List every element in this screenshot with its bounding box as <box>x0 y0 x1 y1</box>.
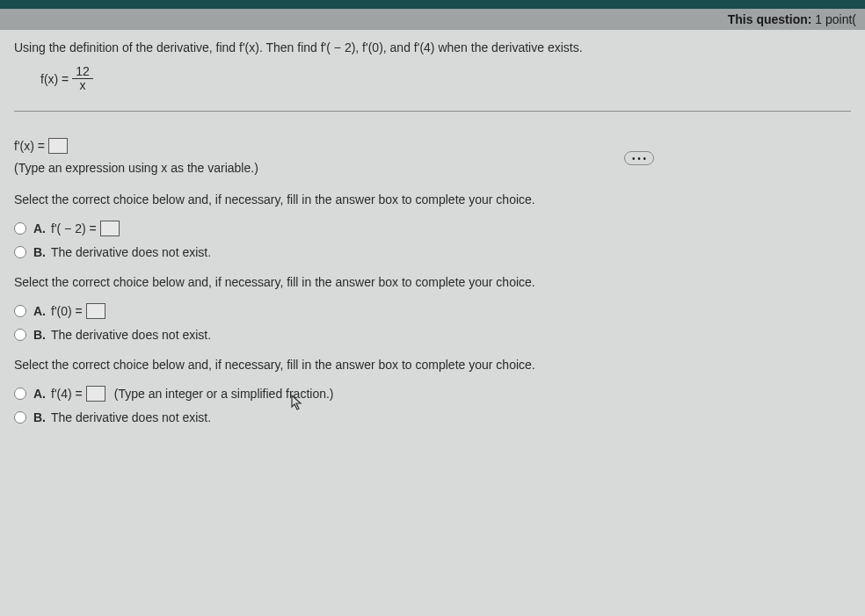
section-prompt-1: Select the correct choice below and, if … <box>14 192 851 207</box>
radio-1b[interactable] <box>14 246 26 258</box>
choice-2b: B. The derivative does not exist. <box>14 328 851 342</box>
answer-hint: (Type an expression using x as the varia… <box>14 161 851 175</box>
question-points: 1 point( <box>815 12 856 26</box>
content-area: Using the definition of the derivative, … <box>0 30 865 451</box>
section-prompt-2: Select the correct choice below and, if … <box>14 275 851 289</box>
choice-group-2: A. f'(0) = B. The derivative does not ex… <box>14 303 851 342</box>
choice-1b-text: The derivative does not exist. <box>51 245 211 259</box>
top-bar <box>0 0 865 9</box>
choice-group-3: A. f'(4) = (Type an integer or a simplif… <box>14 386 851 424</box>
ellipsis-button[interactable]: • • • <box>624 151 654 165</box>
choice-2a-expr: f'(0) = <box>51 304 83 318</box>
question-text: Using the definition of the derivative, … <box>14 40 851 54</box>
question-points-header: This question: 1 point( <box>0 9 865 30</box>
divider-line <box>14 111 851 112</box>
choice-group-1: A. f'( − 2) = B. The derivative does not… <box>14 221 851 259</box>
radio-3b[interactable] <box>14 411 26 424</box>
choice-1b-label: B. <box>33 245 46 259</box>
ellipsis-icon: • • • <box>632 154 646 163</box>
answer-input-fprime-x[interactable] <box>48 138 68 154</box>
choice-3a: A. f'(4) = (Type an integer or a simplif… <box>14 386 851 402</box>
radio-1a[interactable] <box>14 222 26 235</box>
question-label: This question: <box>728 12 812 26</box>
formula-numerator: 12 <box>72 65 93 79</box>
choice-1a: A. f'( − 2) = <box>14 221 851 236</box>
cursor-icon <box>290 394 304 416</box>
choice-1a-label: A. <box>33 221 46 236</box>
choice-1b: B. The derivative does not exist. <box>14 245 851 259</box>
formula-fraction: 12 x <box>72 65 93 93</box>
choice-3b-text: The derivative does not exist. <box>51 410 211 424</box>
radio-3a[interactable] <box>14 388 26 400</box>
formula-denominator: x <box>76 79 90 92</box>
formula-lhs: f(x) = <box>40 72 69 86</box>
choice-2b-label: B. <box>33 328 46 342</box>
choice-3a-expr: f'(4) = <box>51 387 83 401</box>
choice-3b-label: B. <box>33 410 46 424</box>
choice-2a-label: A. <box>33 304 46 318</box>
choice-1a-expr: f'( − 2) = <box>51 221 97 236</box>
answer-input-3a[interactable] <box>86 386 105 402</box>
choice-3b: B. The derivative does not exist. <box>14 410 851 424</box>
choice-2a-text: f'(0) = <box>51 303 109 319</box>
answer-input-1a[interactable] <box>100 221 120 236</box>
choice-3a-label: A. <box>33 387 46 401</box>
answer-fprime-x: f'(x) = <box>14 138 851 154</box>
choice-2b-text: The derivative does not exist. <box>51 328 211 342</box>
choice-1a-text: f'( − 2) = <box>51 221 123 236</box>
section-prompt-3: Select the correct choice below and, if … <box>14 358 851 372</box>
answer-fprime-x-lhs: f'(x) = <box>14 139 45 153</box>
formula-display: f(x) = 12 x <box>40 65 851 93</box>
choice-2a: A. f'(0) = <box>14 303 851 319</box>
radio-2a[interactable] <box>14 305 26 317</box>
answer-input-2a[interactable] <box>86 303 105 319</box>
radio-2b[interactable] <box>14 329 26 341</box>
